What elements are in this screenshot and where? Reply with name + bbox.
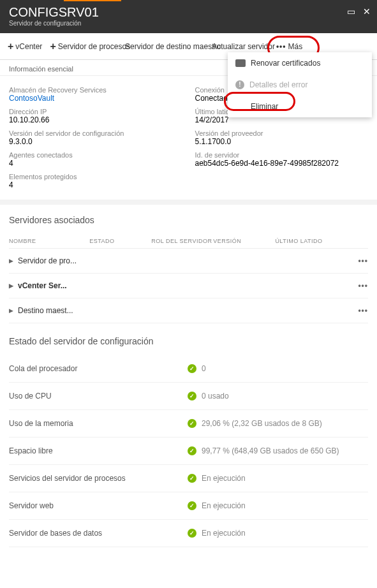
th-heartbeat: ÚLTIMO LATIDO [275, 238, 368, 244]
ip-value: 10.10.20.66 [9, 115, 182, 124]
ellipsis-icon: ••• [276, 42, 286, 51]
health-value: En ejecución [202, 474, 246, 483]
health-row: Uso de CPU✓0 usado [9, 383, 368, 410]
table-row[interactable]: ▶ Destino maest... ••• [9, 298, 368, 323]
health-row: Servidor de bases de datos✓En ejecución [9, 520, 368, 547]
th-role: ROL DEL SERVIDOR [151, 238, 213, 244]
plus-icon: + [50, 41, 55, 52]
table-header: NOMBRE ESTADO ROL DEL SERVIDOR VERSIÓN Ú… [9, 234, 368, 249]
page-subtitle: Servidor de configuración [9, 20, 368, 27]
server-id-value: aeb54dc5-6e9d-4e16-89e7-49985f282072 [195, 159, 369, 168]
health-row: Espacio libre✓99,77 % (648,49 GB usados … [9, 437, 368, 465]
th-version: VERSIÓN [213, 238, 275, 244]
plus-icon: + [8, 41, 13, 52]
cfg-version-value: 9.3.0.0 [9, 137, 182, 146]
status-ok-icon: ✓ [188, 419, 196, 428]
status-ok-icon: ✓ [188, 392, 196, 401]
master-target-label: Servidor de destino maestro [125, 42, 221, 51]
health-name: Cola del procesador [9, 364, 188, 373]
delete-label: Eliminar [251, 102, 278, 111]
row-menu-icon[interactable]: ••• [358, 281, 368, 290]
protected-label: Elementos protegidos [9, 173, 182, 180]
server-id-label: Id. de servidor [195, 151, 369, 159]
delete-item[interactable]: Eliminar [228, 96, 372, 117]
health-name: Servidor de bases de datos [9, 529, 188, 538]
health-name: Uso de la memoria [9, 419, 188, 428]
health-row: Cola del procesador✓0 [9, 355, 368, 383]
status-ok-icon: ✓ [188, 474, 196, 483]
health-title: Estado del servidor de configuración [9, 336, 368, 346]
row-name: vCenter Ser... [18, 281, 358, 290]
certificate-icon [235, 59, 246, 67]
agents-value: 4 [9, 159, 182, 168]
expand-icon: ▶ [9, 258, 18, 264]
cfg-version-label: Versión del servidor de configuración [9, 129, 182, 137]
health-name: Espacio libre [9, 446, 188, 455]
more-label: Más [288, 42, 303, 51]
vault-label: Almacén de Recovery Services [9, 86, 182, 94]
associated-title: Servidores asociados [9, 215, 368, 225]
restore-icon[interactable]: ▭ [347, 6, 355, 17]
health-name: Servidor web [9, 501, 188, 510]
status-ok-icon: ✓ [188, 529, 196, 538]
table-row[interactable]: ▶ vCenter Ser... ••• [9, 274, 368, 298]
status-ok-icon: ✓ [188, 446, 196, 455]
expand-icon: ▶ [9, 307, 18, 314]
row-name: Servidor de pro... [18, 256, 358, 265]
health-row: Servidor web✓En ejecución [9, 492, 368, 520]
add-vcenter-button[interactable]: + vCenter [4, 37, 46, 56]
error-details-label: Detalles del error [249, 80, 307, 89]
more-dropdown: Renovar certificados ! Detalles del erro… [228, 52, 372, 117]
error-details-item: ! Detalles del error [228, 74, 372, 96]
renew-label: Renovar certificados [251, 59, 320, 68]
health-value: 29,06 % (2,32 GB usados de 8 GB) [202, 419, 322, 428]
accent-bar [64, 0, 121, 1]
health-value: 0 usado [202, 392, 229, 401]
health-row: Servicios del servidor de procesos✓En ej… [9, 465, 368, 492]
renew-certificates-item[interactable]: Renovar certificados [228, 52, 372, 74]
error-icon: ! [235, 80, 244, 89]
health-name: Uso de CPU [9, 392, 188, 401]
status-ok-icon: ✓ [188, 364, 196, 373]
vault-value[interactable]: ContosoVault [9, 94, 182, 103]
close-icon[interactable]: ✕ [363, 6, 371, 17]
expand-icon: ▶ [9, 283, 18, 289]
associated-servers-panel: Servidores asociados NOMBRE ESTADO ROL D… [0, 205, 377, 326]
provider-value: 5.1.1700.0 [195, 137, 369, 146]
divider [0, 200, 377, 205]
health-panel: Estado del servidor de configuración Col… [0, 326, 377, 550]
health-value: 0 [202, 364, 206, 373]
page-title: CONFIGSRV01 [9, 5, 368, 20]
health-value: En ejecución [202, 529, 246, 538]
health-value: 99,77 % (648,49 GB usados de 650 GB) [202, 446, 339, 455]
process-server-label: Servidor de procesos [58, 42, 130, 51]
health-value: En ejecución [202, 501, 246, 510]
status-ok-icon: ✓ [188, 501, 196, 510]
protected-value: 4 [9, 180, 182, 189]
ip-label: Dirección IP [9, 108, 182, 115]
th-name: NOMBRE [9, 238, 89, 244]
row-menu-icon[interactable]: ••• [358, 306, 368, 315]
provider-label: Versión del proveedor [195, 129, 369, 137]
blade-header: CONFIGSRV01 Servidor de configuración ▭ … [0, 0, 377, 33]
agents-label: Agentes conectados [9, 151, 182, 159]
health-name: Servicios del servidor de procesos [9, 474, 188, 483]
table-row[interactable]: ▶ Servidor de pro... ••• [9, 249, 368, 274]
vcenter-label: vCenter [15, 42, 42, 51]
row-menu-icon[interactable]: ••• [358, 256, 368, 265]
th-state: ESTADO [89, 238, 151, 244]
refresh-label: Actualizar servidor [212, 42, 275, 51]
health-row: Uso de la memoria✓29,06 % (2,32 GB usado… [9, 410, 368, 437]
row-name: Destino maest... [18, 306, 358, 315]
